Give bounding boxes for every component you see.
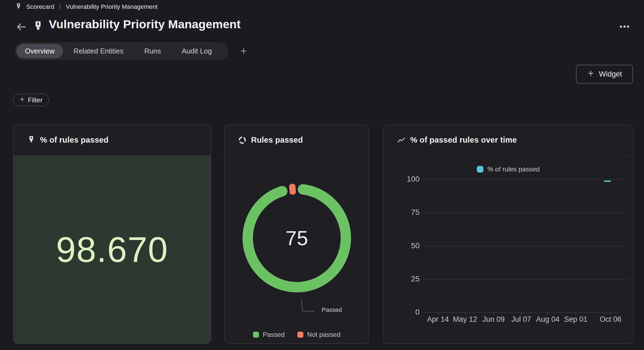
legend-item-passed[interactable]: Passed	[253, 331, 285, 338]
x-tick	[548, 312, 548, 315]
legend-swatch-green	[253, 332, 259, 338]
plus-icon	[19, 96, 25, 104]
breadcrumb-item-current[interactable]: Vulnerability Priority Management	[66, 3, 158, 10]
filter-label: Filter	[28, 96, 42, 104]
x-tick	[493, 312, 494, 315]
add-widget-button[interactable]: Widget	[576, 65, 633, 84]
back-button[interactable]	[15, 21, 27, 33]
medal-icon	[27, 134, 35, 146]
x-tick	[575, 312, 576, 315]
gridline-50	[422, 246, 628, 246]
x-tick	[438, 312, 438, 315]
add-tab-plus-icon[interactable]	[240, 47, 248, 55]
breadcrumb-item-scorecard[interactable]: Scorecard	[26, 3, 54, 10]
line-chart-body: % of rules passed 100 75 50 25 0 Apr 14	[383, 156, 633, 343]
card-title: Rules passed	[251, 136, 303, 145]
plus-icon	[587, 69, 595, 79]
donut-callout-line	[224, 156, 369, 344]
medal-icon	[15, 2, 22, 12]
x-tick	[521, 312, 522, 315]
y-axis-label-100: 100	[387, 175, 420, 184]
tab-related-entities[interactable]: Related Entities	[63, 44, 134, 58]
gridline-100	[422, 179, 628, 180]
x-tick	[465, 312, 465, 315]
widget-card-rules-passed: Rules passed 75 Passed Passed	[224, 125, 369, 344]
tab-bar: Overview Related Entities Runs Audit Log	[15, 42, 228, 60]
trend-line-icon	[397, 136, 406, 145]
page-title: Vulnerability Priority Management	[49, 18, 241, 31]
legend-item-not-passed[interactable]: Not passed	[297, 331, 340, 338]
y-axis-label-25: 25	[387, 275, 420, 283]
card-title: % of passed rules over time	[410, 136, 517, 145]
donut-body: 75 Passed Passed Not passed	[224, 156, 369, 343]
legend-swatch-red	[297, 332, 303, 338]
filter-button[interactable]: Filter	[13, 94, 49, 106]
medal-icon	[32, 19, 44, 35]
tab-runs[interactable]: Runs	[134, 44, 171, 58]
y-axis-label-75: 75	[387, 208, 420, 217]
card-header: Rules passed	[224, 125, 369, 155]
breadcrumb: Scorecard / Vulnerability Priority Manag…	[15, 2, 158, 12]
x-axis-label: Sep 01	[558, 315, 594, 324]
gridline-25	[422, 279, 628, 280]
widget-card-percent-rules-passed: % of rules passed 98.670	[13, 125, 211, 344]
tab-audit-log[interactable]: Audit Log	[171, 44, 222, 58]
card-title: % of rules passed	[40, 136, 109, 145]
card-header: % of passed rules over time	[383, 125, 633, 155]
y-axis-label-50: 50	[387, 241, 420, 250]
add-widget-label: Widget	[599, 70, 622, 78]
line-legend-item[interactable]: % of rules passed	[383, 165, 633, 173]
donut-chart-icon	[238, 136, 246, 144]
breadcrumb-separator: /	[59, 3, 61, 10]
donut-callout-label: Passed	[322, 306, 342, 314]
donut-legend: Passed Not passed	[224, 331, 369, 338]
stat-body: 98.670	[13, 156, 211, 343]
more-options-icon[interactable]	[619, 22, 630, 31]
tab-overview[interactable]: Overview	[16, 44, 63, 58]
y-axis-label-0: 0	[387, 308, 420, 317]
line-series-segment	[604, 180, 611, 182]
legend-label: Passed	[263, 331, 285, 338]
gridline-75	[422, 213, 628, 213]
legend-label: % of rules passed	[488, 165, 540, 173]
page-header: Vulnerability Priority Management	[0, 17, 644, 37]
legend-label: Not passed	[307, 331, 340, 338]
card-header: % of rules passed	[13, 125, 211, 155]
legend-swatch-teal	[477, 166, 483, 173]
widget-card-passed-rules-over-time: % of passed rules over time % of rules p…	[383, 125, 634, 344]
x-tick	[610, 312, 611, 315]
x-axis-label: Oct 06	[593, 315, 628, 324]
stat-value: 98.670	[56, 229, 168, 270]
scorecard-page: Scorecard / Vulnerability Priority Manag…	[0, 0, 644, 350]
